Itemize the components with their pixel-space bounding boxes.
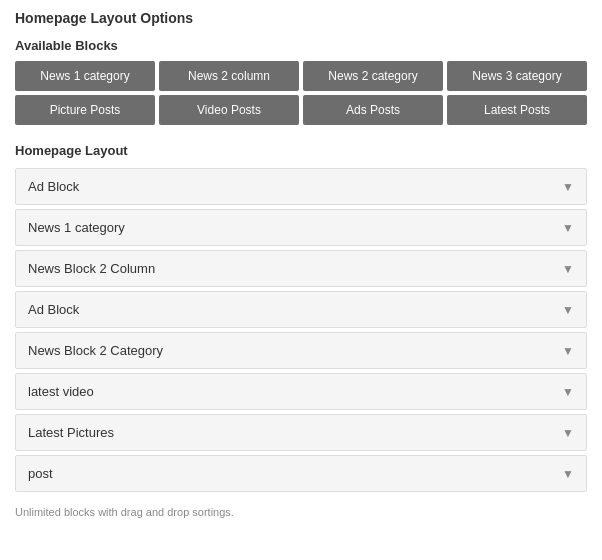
layout-item-label-4: News Block 2 Category xyxy=(28,343,163,358)
chevron-down-icon: ▼ xyxy=(562,467,574,481)
chevron-down-icon: ▼ xyxy=(562,180,574,194)
layout-item-7[interactable]: post▼ xyxy=(15,455,587,492)
layout-item-4[interactable]: News Block 2 Category▼ xyxy=(15,332,587,369)
block-button-6[interactable]: Ads Posts xyxy=(303,95,443,125)
layout-item-label-7: post xyxy=(28,466,53,481)
blocks-grid: News 1 categoryNews 2 columnNews 2 categ… xyxy=(15,61,587,125)
footer-note: Unlimited blocks with drag and drop sort… xyxy=(15,506,587,518)
homepage-layout-section: Homepage Layout Ad Block▼News 1 category… xyxy=(15,143,587,492)
layout-item-0[interactable]: Ad Block▼ xyxy=(15,168,587,205)
layout-items-container: Ad Block▼News 1 category▼News Block 2 Co… xyxy=(15,168,587,492)
layout-item-label-2: News Block 2 Column xyxy=(28,261,155,276)
layout-item-5[interactable]: latest video▼ xyxy=(15,373,587,410)
homepage-layout-label: Homepage Layout xyxy=(15,143,587,158)
block-button-0[interactable]: News 1 category xyxy=(15,61,155,91)
layout-item-label-5: latest video xyxy=(28,384,94,399)
block-button-3[interactable]: News 3 category xyxy=(447,61,587,91)
layout-item-label-0: Ad Block xyxy=(28,179,79,194)
layout-item-label-6: Latest Pictures xyxy=(28,425,114,440)
block-button-2[interactable]: News 2 category xyxy=(303,61,443,91)
chevron-down-icon: ▼ xyxy=(562,385,574,399)
chevron-down-icon: ▼ xyxy=(562,426,574,440)
chevron-down-icon: ▼ xyxy=(562,262,574,276)
page-title: Homepage Layout Options xyxy=(15,10,587,26)
layout-item-6[interactable]: Latest Pictures▼ xyxy=(15,414,587,451)
available-blocks-section: Available Blocks News 1 categoryNews 2 c… xyxy=(15,38,587,125)
chevron-down-icon: ▼ xyxy=(562,344,574,358)
block-button-1[interactable]: News 2 column xyxy=(159,61,299,91)
chevron-down-icon: ▼ xyxy=(562,221,574,235)
block-button-5[interactable]: Video Posts xyxy=(159,95,299,125)
layout-item-3[interactable]: Ad Block▼ xyxy=(15,291,587,328)
block-button-7[interactable]: Latest Posts xyxy=(447,95,587,125)
layout-item-label-1: News 1 category xyxy=(28,220,125,235)
available-blocks-label: Available Blocks xyxy=(15,38,587,53)
layout-item-1[interactable]: News 1 category▼ xyxy=(15,209,587,246)
block-button-4[interactable]: Picture Posts xyxy=(15,95,155,125)
layout-item-label-3: Ad Block xyxy=(28,302,79,317)
layout-item-2[interactable]: News Block 2 Column▼ xyxy=(15,250,587,287)
chevron-down-icon: ▼ xyxy=(562,303,574,317)
